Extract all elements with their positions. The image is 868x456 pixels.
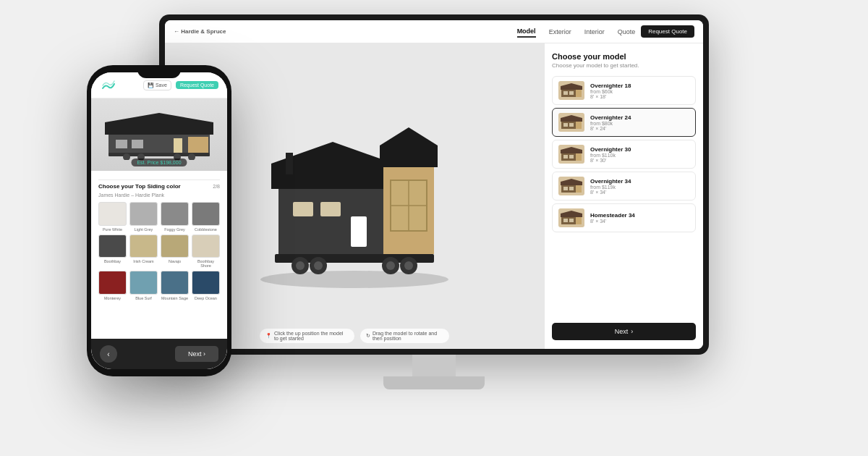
nav-interior[interactable]: Interior (584, 27, 605, 37)
nav-exterior[interactable]: Exterior (549, 27, 571, 37)
svg-marker-37 (561, 179, 582, 185)
color-label: Blue Surf (135, 296, 152, 300)
monitor-logo: ← Hardie & Spruce (174, 28, 511, 35)
nav-quote[interactable]: Quote (618, 27, 636, 37)
model-size: 8' × 34' (590, 190, 689, 195)
color-swatch-item[interactable]: Foggy Grey (161, 202, 189, 232)
model-size: 8' × 24' (590, 126, 689, 131)
svg-rect-28 (576, 122, 582, 129)
model-thumbnail (558, 208, 584, 227)
model-list-item[interactable]: Overnighter 34 from $119k 8' × 34' (552, 172, 696, 200)
color-swatch-item[interactable]: Monterey (98, 271, 127, 300)
phone-next-button[interactable]: Next › (175, 346, 218, 362)
phone-body: 💾 Save Request Quote (87, 65, 231, 376)
svg-rect-20 (286, 153, 293, 174)
svg-rect-43 (576, 217, 582, 224)
svg-rect-50 (174, 138, 182, 155)
svg-rect-40 (569, 187, 574, 190)
svg-rect-29 (563, 123, 568, 127)
model-name: Overnighter 34 (590, 178, 689, 185)
monitor-content: 📍 Click the up position the model to get… (165, 43, 703, 349)
color-swatch-item[interactable]: Pure White (98, 202, 127, 232)
svg-rect-23 (576, 90, 582, 97)
model-name: Homesteader 34 (590, 212, 689, 219)
color-swatch-item[interactable]: Cobblestone (192, 202, 220, 232)
color-swatch (161, 235, 189, 258)
scene: ← Hardie & Spruce Model Exterior Interio… (0, 0, 868, 456)
arrow-right-icon: › (631, 328, 633, 335)
model-list-item[interactable]: Overnighter 30 from $110k 8' × 30' (552, 140, 696, 169)
model-price: from $80k (590, 121, 689, 126)
color-label: Boothbay (104, 259, 121, 263)
color-swatch (98, 202, 127, 226)
panel-next-button[interactable]: Next › (552, 323, 696, 340)
phone-divider-top (98, 180, 220, 180)
svg-rect-39 (563, 187, 568, 190)
color-swatch-item[interactable]: Deep Ocean (192, 271, 220, 300)
model-size: 8' × 30' (590, 158, 689, 163)
hint-left: 📍 Click the up position the model to get… (260, 329, 354, 343)
phone-color-grid: Pure WhiteLight GreyFoggy GreyCobbleston… (98, 202, 220, 300)
svg-rect-33 (576, 153, 582, 161)
svg-point-9 (404, 261, 413, 270)
phone-logo (100, 77, 117, 94)
svg-marker-42 (561, 211, 582, 217)
panel-title: Choose your model (552, 52, 696, 61)
phone-price-badge: Est. Price $198,000 (131, 159, 187, 166)
monitor-nav: Model Exterior Interior Quote (517, 26, 636, 38)
monitor-request-quote-button[interactable]: Request Quote (641, 25, 694, 38)
phone-screen: 💾 Save Request Quote (91, 72, 227, 369)
monitor-body: ← Hardie & Spruce Model Exterior Interio… (159, 14, 709, 355)
color-swatch (129, 271, 158, 295)
phone-save-button[interactable]: 💾 Save (143, 80, 171, 90)
color-swatch-item[interactable]: Irish Cream (129, 235, 158, 269)
model-list-item[interactable]: Overnighter 18 from $60k 8' × 18' (552, 76, 696, 105)
svg-rect-51 (188, 137, 208, 155)
model-info: Overnighter 24 from $80k 8' × 24' (590, 114, 689, 131)
color-swatch-item[interactable]: Blue Surf (129, 271, 158, 300)
monitor: ← Hardie & Spruce Model Exterior Interio… (159, 14, 709, 391)
model-list-item[interactable]: Homesteader 34 8' × 34' (552, 203, 696, 232)
svg-rect-38 (576, 185, 582, 193)
monitor-topbar: ← Hardie & Spruce Model Exterior Interio… (165, 20, 703, 43)
svg-point-5 (314, 261, 323, 270)
svg-rect-45 (569, 219, 574, 222)
hint-right: ↻ Drag the model to rotate and then posi… (360, 329, 449, 343)
color-swatch-item[interactable]: Navajo (161, 235, 189, 269)
svg-rect-34 (563, 155, 568, 159)
color-swatch-item[interactable]: Boothbay (98, 235, 127, 269)
monitor-stand-base (383, 376, 485, 389)
phone-model-preview: Est. Price $198,000 (91, 98, 227, 171)
color-swatch (98, 271, 127, 295)
color-swatch-item[interactable]: Mountain Sage (161, 271, 189, 300)
model-hints: 📍 Click the up position the model to get… (260, 329, 449, 343)
phone-section-header: Choose your Top Siding color 2/8 (98, 183, 220, 190)
model-info: Overnighter 34 from $119k 8' × 34' (590, 178, 689, 195)
monitor-stand-neck (412, 355, 456, 376)
svg-marker-16 (380, 127, 438, 167)
svg-rect-12 (293, 202, 313, 216)
model-list-item[interactable]: Overnighter 24 from $80k 8' × 24' (552, 108, 696, 137)
phone-request-button[interactable]: Request Quote (176, 81, 218, 89)
color-label: Boothbay Shore (192, 259, 220, 268)
svg-point-3 (296, 261, 305, 270)
phone-back-button[interactable]: ‹ (100, 345, 117, 363)
svg-rect-30 (569, 123, 574, 127)
color-swatch (161, 202, 189, 226)
phone-brand-label: James Hardie – Hardie Plank (98, 193, 220, 198)
svg-rect-48 (116, 140, 127, 148)
color-label: Pure White (103, 227, 122, 232)
svg-rect-24 (563, 91, 568, 95)
color-swatch-item[interactable]: Light Grey (129, 202, 158, 232)
panel-subtitle: Choose your model to get started. (552, 62, 696, 69)
color-label: Light Grey (135, 227, 153, 232)
color-swatch (98, 235, 127, 258)
model-info: Overnighter 30 from $110k 8' × 30' (590, 146, 689, 163)
model-size: 8' × 34' (590, 219, 689, 224)
model-list: Overnighter 18 from $60k 8' × 18' Overni… (552, 76, 696, 317)
phone-actions: 💾 Save Request Quote (143, 80, 218, 90)
color-swatch (192, 271, 220, 295)
color-swatch-item[interactable]: Boothbay Shore (192, 235, 220, 269)
svg-point-7 (386, 261, 395, 270)
nav-model[interactable]: Model (517, 26, 536, 38)
